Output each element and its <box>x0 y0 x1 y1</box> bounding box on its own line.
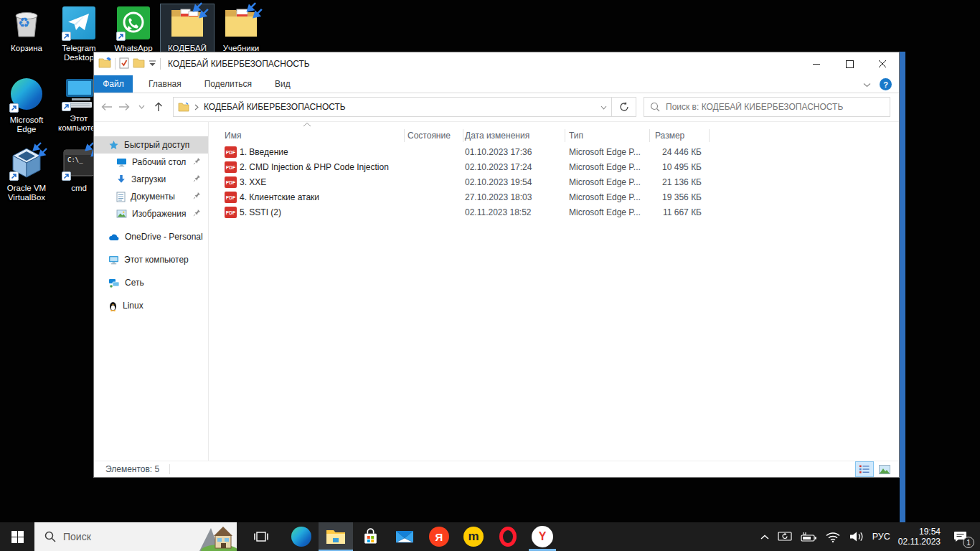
divider <box>160 58 161 70</box>
tab-view[interactable]: Вид <box>268 75 298 93</box>
sidebar-item-linux[interactable]: Linux <box>94 297 208 314</box>
explorer-search-input[interactable] <box>666 102 884 112</box>
minimize-button[interactable] <box>800 52 833 75</box>
ribbon-collapse-icon[interactable] <box>863 80 871 90</box>
taskbar-yandex-app-icon[interactable]: Я <box>422 522 456 551</box>
search-icon <box>650 102 660 112</box>
pin-icon[interactable] <box>193 192 201 202</box>
wallpaper-blue-strip <box>900 52 905 522</box>
title-bar: КОДЕБАЙ КИБЕРБЕЗОПАСНОСТЬ <box>94 52 899 75</box>
address-bar[interactable]: КОДЕБАЙ КИБЕРБЕЗОПАСНОСТЬ <box>173 97 612 117</box>
desktop-icon-uchebniki-folder[interactable]: Учебники <box>215 4 268 53</box>
taskbar-opera-icon[interactable] <box>491 522 525 551</box>
task-view-button[interactable] <box>244 522 278 551</box>
recycle-bin-icon: ♻ <box>9 6 44 41</box>
tray-expand-chevron-icon[interactable] <box>760 534 770 540</box>
onedrive-cloud-icon <box>108 233 120 241</box>
clock-time: 19:54 <box>919 527 941 537</box>
pin-icon[interactable] <box>193 174 201 184</box>
thumbnails-view-button[interactable] <box>876 462 893 476</box>
sync-arrows-icon <box>30 141 49 160</box>
explorer-search[interactable] <box>644 97 890 117</box>
customize-toolbar-button[interactable] <box>149 59 156 69</box>
details-view-button[interactable] <box>856 462 873 476</box>
tray-battery-icon[interactable] <box>800 532 817 542</box>
tray-project-icon[interactable] <box>778 531 792 542</box>
tab-share[interactable]: Поделиться <box>197 75 259 93</box>
taskbar-edge-icon[interactable] <box>284 522 319 551</box>
taskbar-yellow-m-icon[interactable]: m <box>456 522 491 551</box>
shortcut-arrow-icon <box>62 32 71 41</box>
maximize-button[interactable] <box>833 52 866 75</box>
pin-icon[interactable] <box>193 157 201 167</box>
sidebar-item-onedrive[interactable]: OneDrive - Personal <box>94 228 208 245</box>
column-header-size[interactable]: Размер <box>655 131 684 141</box>
shortcut-arrow-icon <box>9 171 19 181</box>
sidebar-item-pictures[interactable]: Изображения <box>94 205 208 222</box>
window-system-icon[interactable] <box>98 57 111 70</box>
taskbar-mail-icon[interactable] <box>387 522 422 551</box>
pdf-file-icon: PDF <box>225 207 237 218</box>
file-list: PDF 1. Введение 01.10.2023 17:36 Microso… <box>209 145 899 220</box>
shortcut-arrow-icon <box>9 103 19 113</box>
taskbar-yandex-browser-icon[interactable]: Y <box>525 522 560 551</box>
desktop-icon-recycle-bin[interactable]: ♻ Корзина <box>0 4 53 53</box>
help-button[interactable]: ? <box>880 78 892 90</box>
new-folder-button[interactable] <box>133 58 145 70</box>
sidebar-item-desktop[interactable]: Рабочий стол <box>94 154 208 171</box>
quick-access-toolbar <box>98 57 161 71</box>
pictures-icon <box>116 209 127 218</box>
desktop-icon-virtualbox[interactable]: Oracle VM VirtualBox <box>0 144 53 202</box>
divider <box>115 58 116 70</box>
desktop-icon <box>116 158 127 167</box>
desktop-icon-microsoft-edge[interactable]: Microsoft Edge <box>0 75 53 134</box>
column-headers: Имя Состояние Дата изменения Тип Размер <box>209 128 899 143</box>
recent-locations-icon[interactable] <box>133 98 150 116</box>
pin-icon[interactable] <box>193 209 201 219</box>
desktop-icon-kodebay-folder[interactable]: КОДЕБАЙ <box>161 4 214 53</box>
sidebar-item-documents[interactable]: Документы <box>94 188 208 205</box>
up-button[interactable] <box>150 98 167 116</box>
properties-button[interactable] <box>119 57 129 71</box>
tray-volume-icon[interactable] <box>849 531 864 542</box>
file-row[interactable]: PDF 2. CMD Injection & PHP Code Injectio… <box>209 160 899 175</box>
refresh-button[interactable] <box>612 97 636 117</box>
file-row[interactable]: PDF 5. SSTI (2) 02.11.2023 18:52 Microso… <box>209 205 899 220</box>
file-row[interactable]: PDF 4. Клиентские атаки 27.10.2023 18:03… <box>209 190 899 205</box>
explorer-window: КОДЕБАЙ КИБЕРБЕЗОПАСНОСТЬ Файл Главная П… <box>93 52 900 478</box>
start-button[interactable] <box>0 522 34 551</box>
address-dropdown-icon[interactable] <box>600 102 607 112</box>
sidebar-item-this-pc[interactable]: Этот компьютер <box>94 251 208 268</box>
breadcrumb-chevron-icon <box>194 104 199 110</box>
back-button[interactable] <box>98 98 116 116</box>
sidebar-item-quick-access[interactable]: Быстрый доступ <box>94 136 208 154</box>
sidebar-item-network[interactable]: Сеть <box>94 274 208 291</box>
taskbar-store-icon[interactable] <box>353 522 387 551</box>
close-button[interactable] <box>866 52 899 75</box>
tab-file[interactable]: Файл <box>94 75 133 93</box>
forward-button[interactable] <box>116 98 133 116</box>
taskbar-search[interactable] <box>34 522 237 551</box>
language-indicator[interactable]: РУС <box>872 532 890 542</box>
documents-icon <box>116 192 126 202</box>
column-header-type[interactable]: Тип <box>569 131 583 141</box>
taskbar-search-input[interactable] <box>63 531 171 542</box>
desktop-icon-whatsapp[interactable]: WhatsApp <box>107 4 160 53</box>
sync-arrows-icon <box>245 1 263 20</box>
column-header-name[interactable]: Имя <box>225 131 241 141</box>
this-pc-icon <box>62 77 96 111</box>
taskbar-file-explorer-icon[interactable] <box>319 522 353 551</box>
pdf-file-icon: PDF <box>225 161 237 173</box>
tray-wifi-icon[interactable] <box>825 531 841 542</box>
file-row[interactable]: PDF 3. XXE 02.10.2023 19:54 Microsoft Ed… <box>209 175 899 190</box>
tab-home[interactable]: Главная <box>141 75 189 93</box>
breadcrumb[interactable]: КОДЕБАЙ КИБЕРБЕЗОПАСНОСТЬ <box>204 102 346 112</box>
column-header-modified[interactable]: Дата изменения <box>465 131 529 141</box>
this-pc-icon <box>108 255 119 265</box>
file-row[interactable]: PDF 1. Введение 01.10.2023 17:36 Microso… <box>209 145 899 160</box>
sidebar-item-downloads[interactable]: Загрузки <box>94 171 208 188</box>
action-center-button[interactable]: 1 <box>948 526 973 547</box>
search-highlight-image[interactable] <box>195 522 237 551</box>
column-header-status[interactable]: Состояние <box>407 131 451 141</box>
tray-clock[interactable]: 19:54 02.11.2023 <box>898 527 941 547</box>
